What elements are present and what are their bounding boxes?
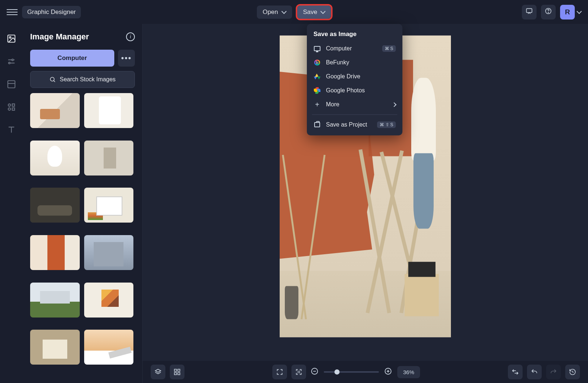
text-icon	[7, 125, 16, 135]
plus-icon: +	[313, 101, 321, 108]
search-stock-button[interactable]: Search Stock Images	[30, 71, 135, 88]
help-icon	[545, 7, 552, 17]
header-right: R	[522, 5, 581, 19]
shapes-icon	[7, 102, 16, 112]
save-dropdown-button[interactable]: Save	[297, 6, 331, 19]
zoom-in-button[interactable]	[384, 367, 392, 377]
svg-rect-15	[175, 373, 177, 375]
computer-upload-button[interactable]: Computer	[30, 50, 114, 67]
google-drive-icon	[313, 73, 321, 80]
save-to-google-photos[interactable]: Google Photos	[307, 84, 402, 97]
svg-point-8	[8, 104, 10, 106]
thumbnail[interactable]	[30, 93, 80, 128]
history-icon	[569, 368, 576, 376]
image-manager-panel: Image Manager i Computer ••• Search Stoc…	[23, 24, 143, 383]
save-item-label: Google Drive	[326, 73, 360, 80]
svg-point-6	[8, 62, 10, 64]
fit-screen-button[interactable]	[291, 365, 306, 379]
rail-adjustments[interactable]	[6, 56, 17, 67]
compare-button[interactable]	[508, 365, 523, 379]
open-dropdown-button[interactable]: Open	[257, 6, 292, 19]
help-button[interactable]	[541, 5, 556, 19]
minus-circle-icon	[311, 367, 319, 375]
rail-text[interactable]	[6, 124, 17, 136]
save-label: Save	[303, 8, 317, 16]
fullscreen-button[interactable]	[272, 365, 287, 379]
save-to-computer[interactable]: Computer ⌘ S	[307, 42, 402, 56]
zoom-out-button[interactable]	[311, 367, 319, 377]
plus-circle-icon	[384, 367, 392, 375]
rail-templates[interactable]	[6, 78, 17, 90]
svg-rect-14	[178, 369, 180, 372]
svg-rect-9	[12, 104, 14, 106]
rail-graphics[interactable]	[6, 101, 17, 113]
save-dropdown-menu: Save as Image Computer ⌘ S BeFunky Googl…	[307, 24, 402, 135]
save-item-label: Save as Project	[326, 121, 367, 128]
save-as-project[interactable]: Save as Project ⌘ ⇧ S	[307, 118, 402, 132]
shortcut-badge: ⌘ S	[382, 45, 396, 52]
save-more[interactable]: + More	[307, 97, 402, 111]
befunky-icon	[313, 59, 321, 66]
thumbnail[interactable]	[84, 93, 134, 128]
account-menu[interactable]: R	[560, 5, 581, 19]
thumbnail[interactable]	[84, 330, 134, 365]
chat-icon	[526, 7, 533, 17]
project-icon	[313, 121, 321, 128]
svg-point-12	[50, 77, 54, 81]
image-icon	[7, 34, 16, 43]
header-center: Open Save	[257, 6, 331, 19]
svg-rect-7	[8, 81, 15, 88]
search-icon	[49, 76, 56, 83]
redo-icon	[550, 368, 557, 376]
thumbnail[interactable]	[30, 283, 80, 318]
thumbnail[interactable]	[30, 235, 80, 270]
save-menu-title: Save as Image	[307, 29, 402, 42]
app-title[interactable]: Graphic Designer	[22, 6, 81, 18]
undo-button[interactable]	[527, 365, 542, 379]
rail-image-manager[interactable]	[6, 33, 17, 45]
svg-rect-11	[12, 108, 14, 110]
save-item-label: BeFunky	[326, 59, 349, 66]
svg-rect-16	[178, 373, 180, 375]
zoom-slider[interactable]	[324, 371, 379, 373]
layers-button[interactable]	[151, 365, 165, 379]
redo-button[interactable]	[546, 365, 561, 379]
zoom-percent[interactable]: 36%	[397, 366, 420, 378]
save-item-label: Computer	[326, 45, 352, 52]
search-stock-label: Search Stock Images	[60, 76, 115, 83]
feedback-button[interactable]	[522, 5, 537, 19]
chevron-right-icon	[392, 103, 396, 106]
thumbnail[interactable]	[30, 188, 80, 223]
layout-icon	[7, 79, 16, 89]
thumbnail[interactable]	[84, 235, 134, 270]
chevron-down-icon	[577, 10, 581, 14]
save-item-label: More	[326, 101, 339, 108]
thumbnail[interactable]	[30, 330, 80, 365]
panel-title: Image Manager	[30, 32, 89, 42]
grid-button[interactable]	[170, 365, 184, 379]
save-to-befunky[interactable]: BeFunky	[307, 56, 402, 70]
grid-icon	[173, 368, 181, 376]
hamburger-menu-button[interactable]	[7, 7, 18, 18]
thumbnail[interactable]	[84, 141, 134, 175]
undo-icon	[531, 368, 538, 376]
chevron-down-icon	[282, 10, 286, 14]
thumbnail[interactable]	[84, 188, 134, 223]
thumbnail-grid	[30, 93, 135, 373]
layers-icon	[154, 368, 162, 376]
compare-icon	[512, 368, 519, 376]
history-button[interactable]	[565, 365, 580, 379]
svg-point-5	[12, 59, 13, 61]
header-bar: Graphic Designer Open Save R	[0, 0, 588, 24]
thumbnail[interactable]	[30, 141, 80, 175]
thumbnail[interactable]	[84, 283, 134, 318]
open-label: Open	[263, 8, 278, 16]
svg-rect-0	[527, 8, 532, 13]
shortcut-badge: ⌘ ⇧ S	[377, 121, 396, 128]
left-rail	[0, 24, 23, 383]
svg-point-10	[8, 108, 10, 110]
more-sources-button[interactable]: •••	[118, 50, 135, 67]
save-to-google-drive[interactable]: Google Drive	[307, 70, 402, 84]
info-icon[interactable]: i	[126, 32, 135, 41]
fullscreen-icon	[276, 368, 283, 376]
